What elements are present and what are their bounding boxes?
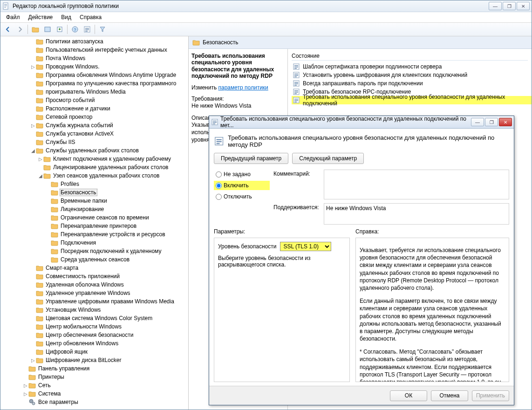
radio-not-configured[interactable]: Не задано — [214, 170, 270, 179]
comment-input[interactable] — [324, 170, 509, 199]
tree-item[interactable]: Пользовательский интерфейс учетных данны… — [0, 46, 188, 54]
security-level-select[interactable]: SSL (TLS 1.0) — [280, 242, 331, 251]
menu-file[interactable]: Файл — [2, 13, 24, 21]
setting-row[interactable]: Требовать использования специального уро… — [292, 96, 532, 104]
tree-item-label: Временные папки — [60, 198, 108, 204]
tree-item[interactable]: Центр обеспечения безопасности — [0, 331, 188, 339]
help-panel[interactable]: Указывает, требуется ли использование сп… — [355, 238, 509, 382]
maximize-button[interactable]: ❐ — [503, 2, 516, 10]
tree-item[interactable]: проигрыватель Windows Media — [0, 88, 188, 96]
radio-disabled[interactable]: Отключить — [214, 192, 270, 201]
tree-item[interactable]: Лицензирование — [0, 205, 188, 213]
radio-enabled[interactable]: Включить — [214, 181, 270, 190]
tree-item[interactable]: Перенаправление устройств и ресурсов — [0, 230, 188, 239]
tree-item-label: Шифрование диска BitLocker — [45, 357, 122, 363]
expand-placeholder — [30, 47, 36, 53]
folder-icon — [43, 164, 51, 171]
props-button[interactable] — [82, 24, 93, 35]
tree-item[interactable]: Сетевой проектор — [0, 113, 188, 121]
next-setting-button[interactable]: Следующий параметр — [292, 153, 364, 164]
folder-icon — [36, 96, 43, 104]
ok-button[interactable]: ОК — [390, 390, 427, 401]
expand-placeholder — [30, 332, 36, 338]
dialog-close-button[interactable]: ✕ — [499, 118, 512, 126]
tree-item[interactable]: Установщик Windows — [0, 306, 188, 314]
export-button[interactable] — [54, 24, 65, 35]
tree-item[interactable]: Смарт-карта — [0, 264, 188, 272]
tree-item-label: Ограничение сеансов по времени — [60, 214, 150, 221]
close-button[interactable]: ✕ — [517, 2, 530, 10]
expand-icon[interactable]: ▷ — [30, 357, 36, 363]
tree-item[interactable]: ▷Система — [0, 390, 188, 398]
setting-row[interactable]: Шаблон сертификата проверки подлинности … — [292, 62, 532, 71]
setting-row[interactable]: Всегда запрашивать пароль при подключени… — [292, 79, 532, 88]
show-hide-button[interactable] — [42, 24, 53, 35]
collapse-icon[interactable]: ◢ — [30, 148, 36, 153]
tree-item[interactable]: Центр обновления Windows — [0, 339, 188, 348]
cancel-button[interactable]: Отмена — [431, 390, 468, 401]
filter-button[interactable] — [97, 24, 108, 35]
tree-item[interactable]: Все параметры — [0, 398, 188, 406]
dialog-maximize-button[interactable]: ❐ — [485, 118, 498, 126]
tree-item-label: Среда удаленных сеансов — [60, 256, 130, 263]
expand-icon[interactable]: ▷ — [38, 156, 43, 162]
up-button[interactable] — [30, 24, 41, 35]
setting-row[interactable]: Установить уровень шифрования для клиент… — [292, 71, 532, 79]
tree-item[interactable]: Удаленное управление Windows — [0, 289, 188, 297]
tree-item[interactable]: Программа обновления Windows Anytime Upg… — [0, 71, 188, 79]
expand-icon[interactable]: ▷ — [23, 391, 28, 396]
folder-icon — [36, 281, 43, 288]
tree-item[interactable]: Лицензирование удаленных рабочих столов — [0, 163, 188, 171]
tree-item[interactable]: Цифровой ящик — [0, 348, 188, 356]
minimize-button[interactable]: — — [489, 2, 502, 10]
tree-item[interactable]: Центр мобильности Windows — [0, 322, 188, 331]
tree-item[interactable]: Profiles — [0, 180, 188, 188]
collapse-icon[interactable]: ◢ — [38, 173, 43, 178]
menu-view[interactable]: Вид — [57, 13, 75, 21]
expand-icon[interactable]: ▷ — [30, 123, 36, 128]
tree-item[interactable]: Политики автозапуска — [0, 37, 188, 46]
tree-item[interactable]: Перенаправление принтеров — [0, 222, 188, 230]
tree-item[interactable]: ▷Шифрование диска BitLocker — [0, 356, 188, 364]
dialog-minimize-button[interactable]: — — [471, 118, 484, 126]
tree-item[interactable]: Просмотр событий — [0, 96, 188, 104]
tree-item[interactable]: Цветовая система Windows Color System — [0, 314, 188, 322]
tree-item[interactable]: Почта Windows — [0, 54, 188, 62]
tree-item[interactable]: ◢Службы удаленных рабочих столов — [0, 146, 188, 155]
tree-item[interactable]: Удаленная оболочка Windows — [0, 280, 188, 289]
tree-item[interactable]: Программа по улучшению качества программ… — [0, 79, 188, 88]
tree-item[interactable]: Управление цифровыми правами Windows Med… — [0, 297, 188, 306]
forward-button[interactable] — [14, 24, 26, 35]
menu-action[interactable]: Действие — [25, 13, 57, 21]
tree-item[interactable]: Безопасность — [0, 188, 188, 197]
folder-icon — [51, 247, 58, 255]
support-text: Не ниже Windows Vista — [324, 203, 509, 225]
tree-item[interactable]: ▷Клиент подключения к удаленному рабочем… — [0, 155, 188, 163]
tree-item[interactable]: Служба установки ActiveX — [0, 130, 188, 138]
back-button[interactable] — [2, 24, 14, 35]
tree-pane[interactable]: Политики автозапускаПользовательский инт… — [0, 36, 189, 410]
menu-help[interactable]: Справка — [76, 13, 105, 21]
tree-item[interactable]: Панель управления — [0, 364, 188, 373]
prev-setting-button[interactable]: Предыдущий параметр — [214, 153, 288, 164]
tree-item[interactable]: Службы IIS — [0, 138, 188, 146]
tree-item[interactable]: Принтеры — [0, 373, 188, 381]
tree-item[interactable]: Подключения — [0, 239, 188, 247]
dialog-icon — [211, 118, 218, 126]
tree-item[interactable]: Расположение и датчики — [0, 104, 188, 113]
tree-item[interactable]: ▷Сеть — [0, 381, 188, 390]
apply-button[interactable]: Применить — [472, 390, 509, 401]
tree-item[interactable]: Посредник подключений к удаленному — [0, 247, 188, 255]
expand-icon[interactable]: ▷ — [23, 383, 28, 388]
tree-item[interactable]: ▷Проводник Windows. — [0, 62, 188, 71]
tree-item[interactable]: Ограничение сеансов по времени — [0, 213, 188, 222]
tree-item[interactable]: Совместимость приложений — [0, 272, 188, 280]
folder-icon — [51, 256, 58, 263]
tree-item[interactable]: Среда удаленных сеансов — [0, 255, 188, 264]
tree-item[interactable]: Временные папки — [0, 197, 188, 205]
tree-item[interactable]: ▷Служба журнала событий — [0, 121, 188, 130]
expand-icon[interactable]: ▷ — [30, 64, 36, 69]
edit-policy-link[interactable]: параметр политики — [218, 84, 268, 91]
help-button[interactable]: ? — [69, 24, 81, 35]
tree-item[interactable]: ◢Узел сеансов удаленных рабочих столов — [0, 171, 188, 180]
